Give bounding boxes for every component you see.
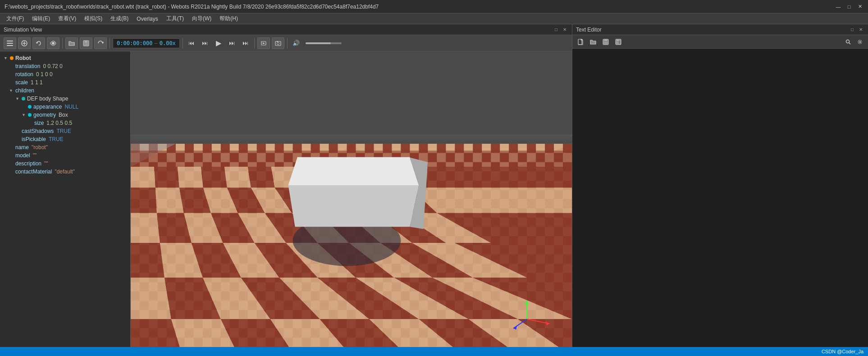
castshadows-value: TRUE	[56, 128, 71, 134]
tree-item-def-body[interactable]: ▼ DEF body Shape	[0, 95, 130, 103]
model-value: ""	[33, 152, 37, 159]
te-panel-maximize-btn[interactable]: □	[849, 27, 855, 32]
menu-edit[interactable]: 编辑(E)	[28, 14, 54, 23]
svg-marker-86	[155, 187, 184, 213]
reload-btn[interactable]	[94, 37, 107, 49]
te-new-btn[interactable]	[575, 37, 586, 47]
capture-btn[interactable]	[272, 37, 284, 49]
sim-panel-titlebar: Simulation View □ ✕	[0, 24, 572, 35]
svg-line-131	[849, 43, 850, 44]
appearance-prop: appearance	[33, 104, 62, 110]
sim-panel-controls: □ ✕	[553, 27, 568, 32]
window-controls: — □ ✕	[835, 3, 863, 10]
undo-btn[interactable]	[32, 37, 45, 49]
text-editor-content[interactable]	[572, 49, 868, 356]
tree-item-robot[interactable]: ▼ Robot	[0, 54, 130, 62]
tree-item-scale[interactable]: scale 1 1 1	[0, 78, 130, 87]
menu-sim[interactable]: 模拟(S)	[81, 14, 106, 23]
svg-marker-100	[201, 167, 227, 187]
size-prop: size	[34, 120, 44, 126]
minimize-button[interactable]: —	[835, 3, 842, 10]
tree-item-size[interactable]: size 1.2 0.5 0.5	[0, 119, 130, 127]
te-search-btn[interactable]	[843, 37, 854, 47]
svg-rect-14	[277, 41, 278, 42]
svg-marker-62	[131, 243, 164, 278]
menu-build[interactable]: 生成(B)	[107, 14, 132, 23]
tree-item-ispickable[interactable]: isPickable TRUE	[0, 135, 130, 143]
menu-wizard[interactable]: 向导(W)	[188, 14, 215, 23]
geometry-prop: geometry	[33, 112, 56, 118]
name-prop: name	[15, 144, 29, 151]
step-back-btn[interactable]: ⏭	[199, 37, 211, 49]
svg-point-13	[277, 42, 279, 45]
sim-panel-close-btn[interactable]: ✕	[561, 27, 568, 32]
volume-slider[interactable]	[306, 42, 342, 44]
scale-value: 1 1 1	[31, 79, 43, 86]
close-button[interactable]: ✕	[856, 3, 863, 10]
tree-item-contactmaterial[interactable]: contactMaterial "default"	[0, 168, 130, 176]
tree-item-castshadows[interactable]: castShadows TRUE	[0, 127, 130, 135]
model-prop: model	[15, 152, 30, 159]
description-value: ""	[44, 160, 48, 167]
open-btn[interactable]	[65, 37, 78, 49]
menu-overlays[interactable]: Overlays	[133, 15, 161, 23]
record-btn[interactable]	[257, 37, 270, 49]
menu-help[interactable]: 帮助(H)	[216, 14, 242, 23]
svg-point-6	[52, 42, 55, 45]
tree-item-name[interactable]: name "robot"	[0, 143, 130, 151]
save-btn[interactable]	[80, 37, 92, 49]
tree-item-appearance[interactable]: appearance NULL	[0, 103, 130, 111]
ispickable-prop: isPickable	[22, 136, 46, 142]
horizon	[131, 134, 572, 143]
te-settings-btn[interactable]	[854, 37, 865, 47]
te-save-all-btn[interactable]	[613, 37, 624, 47]
svg-marker-108	[410, 167, 572, 187]
geometry-value: Box	[59, 112, 68, 118]
scene-tree-toggle-btn[interactable]	[4, 37, 16, 49]
svg-point-130	[846, 40, 850, 43]
def-body-label: DEF body Shape	[27, 96, 68, 102]
tree-item-model[interactable]: model ""	[0, 151, 130, 160]
text-editor-panel: Text Editor □ ✕	[572, 24, 868, 356]
speed-value: 0.00x	[160, 40, 176, 46]
text-editor-controls: □ ✕	[849, 27, 864, 32]
svg-rect-9	[84, 43, 88, 46]
view-toggle-btn[interactable]	[47, 37, 59, 49]
simulation-panel: Simulation View □ ✕	[0, 24, 572, 356]
play-btn[interactable]: ▶	[213, 37, 224, 49]
children-label: children	[15, 87, 34, 94]
appearance-value: NULL	[64, 104, 78, 110]
te-panel-close-btn[interactable]: ✕	[857, 27, 864, 32]
menu-bar: 文件(F) 编辑(E) 查看(V) 模拟(S) 生成(B) Overlays 工…	[0, 14, 868, 24]
svg-rect-2	[7, 45, 13, 46]
maximize-button[interactable]: □	[845, 3, 853, 10]
sim-panel-maximize-btn[interactable]: □	[553, 27, 559, 32]
menu-file[interactable]: 文件(F)	[3, 14, 27, 23]
menu-view[interactable]: 查看(V)	[55, 14, 80, 23]
tree-item-children[interactable]: ▼ children	[0, 87, 130, 95]
fast-forward-btn[interactable]: ⏭	[226, 37, 238, 49]
tree-item-description[interactable]: description ""	[0, 160, 130, 168]
tree-item-geometry[interactable]: ▼ geometry Box	[0, 111, 130, 119]
volume-fill	[306, 42, 331, 44]
tree-item-rotation[interactable]: rotation 0 1 0 0	[0, 70, 130, 78]
sound-btn[interactable]: 🔊	[290, 37, 302, 49]
viewport[interactable]	[131, 51, 572, 356]
te-open-btn[interactable]	[588, 37, 598, 47]
time-value: 0:00:00:000	[117, 40, 152, 46]
castshadows-prop: castShadows	[22, 128, 54, 134]
svg-marker-97	[131, 167, 155, 187]
menu-tools[interactable]: 工具(T)	[163, 14, 187, 23]
te-save-btn[interactable]	[600, 37, 611, 47]
tree-item-translation[interactable]: translation 0 0.72 0	[0, 62, 130, 70]
rotation-value: 0 1 0 0	[36, 71, 53, 78]
text-editor-toolbar	[572, 35, 868, 49]
children-arrow: ▼	[9, 88, 14, 93]
add-node-btn[interactable]	[18, 37, 31, 49]
fast-forward-more-btn[interactable]: ⏭	[240, 37, 251, 49]
toolbar-sep-2	[110, 38, 110, 48]
title-bar: F:\webots_projects\track_robot\worlds\tr…	[0, 0, 868, 14]
svg-rect-129	[618, 41, 621, 44]
rewind-start-btn[interactable]: ⏮	[186, 37, 197, 49]
svg-marker-111	[288, 185, 419, 227]
